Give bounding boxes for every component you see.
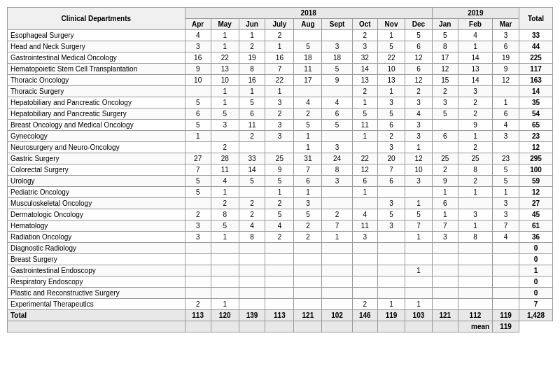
data-cell <box>265 243 294 254</box>
data-cell: 2 <box>265 108 294 120</box>
table-row: Plastic and Reconstructive Surgery0 <box>8 288 553 299</box>
data-cell <box>294 299 322 310</box>
data-cell: 9 <box>432 176 458 187</box>
totals-cell: 119 <box>377 310 405 321</box>
data-cell: 1 <box>265 41 294 52</box>
dept-header: Clinical Departments <box>8 8 186 30</box>
data-cell <box>322 86 352 97</box>
data-cell: 10 <box>211 75 239 86</box>
data-cell: 1 <box>265 86 294 97</box>
data-cell: 4 <box>239 220 265 232</box>
data-cell <box>185 243 211 254</box>
data-cell: 20 <box>377 153 405 164</box>
data-cell <box>458 265 493 276</box>
data-cell: 14 <box>458 52 493 64</box>
dept-cell: Musculoskeletal Oncology <box>8 198 186 209</box>
data-cell: 5 <box>294 41 322 52</box>
data-cell: 13 <box>352 75 377 86</box>
data-cell: 1 <box>493 97 519 108</box>
row-total: 27 <box>519 198 552 209</box>
data-cell: 1 <box>239 30 265 41</box>
data-cell <box>239 288 265 299</box>
total-header: Total <box>519 8 552 30</box>
data-cell <box>432 299 458 310</box>
data-cell: 1 <box>352 97 377 108</box>
row-total: 36 <box>519 232 552 243</box>
mean-value: 119 <box>493 321 519 332</box>
row-total: 44 <box>519 41 552 52</box>
data-cell: 11 <box>211 164 239 176</box>
clinical-departments-table: Clinical Departments 2018 2019 Total Apr… <box>7 7 553 332</box>
mean-empty <box>185 321 211 332</box>
data-cell: 31 <box>294 153 322 164</box>
data-cell: 2 <box>432 86 458 97</box>
dept-cell: Head and Neck Surgery <box>8 41 186 52</box>
mean-empty <box>8 321 186 332</box>
data-cell: 5 <box>377 209 405 220</box>
data-cell: 3 <box>185 220 211 232</box>
data-cell <box>377 232 405 243</box>
data-cell: 6 <box>377 120 405 131</box>
data-cell <box>458 288 493 299</box>
totals-cell: 121 <box>294 310 322 321</box>
data-cell <box>211 254 239 265</box>
totals-label: Total <box>8 310 186 321</box>
data-cell: 17 <box>432 52 458 64</box>
data-cell <box>432 243 458 254</box>
data-cell: 3 <box>458 86 493 97</box>
totals-cell: 120 <box>211 310 239 321</box>
data-cell: 7 <box>493 220 519 232</box>
totals-cell: 146 <box>352 310 377 321</box>
data-cell: 6 <box>294 176 322 187</box>
data-cell: 24 <box>322 153 352 164</box>
row-total: 100 <box>519 164 552 176</box>
data-cell <box>493 299 519 310</box>
data-cell: 6 <box>352 176 377 187</box>
data-cell: 1 <box>432 187 458 198</box>
data-cell: 7 <box>322 220 352 232</box>
dept-cell: Diagnostic Radiology <box>8 243 186 254</box>
data-cell: 3 <box>405 120 433 131</box>
data-cell <box>185 142 211 153</box>
data-cell: 6 <box>493 108 519 120</box>
row-total: 225 <box>519 52 552 64</box>
data-cell <box>211 131 239 142</box>
data-cell <box>377 265 405 276</box>
dept-cell: Thoracic Oncology <box>8 75 186 86</box>
row-total: 163 <box>519 75 552 86</box>
table-row: Diagnostic Radiology0 <box>8 243 553 254</box>
data-cell: 2 <box>458 108 493 120</box>
data-cell: 3 <box>265 131 294 142</box>
data-cell <box>458 276 493 288</box>
mean-empty <box>405 321 433 332</box>
data-cell: 9 <box>322 75 352 86</box>
data-cell <box>458 243 493 254</box>
row-total: 59 <box>519 176 552 187</box>
data-cell: 2 <box>322 209 352 220</box>
data-cell: 5 <box>432 108 458 120</box>
table-row: Esophageal Surgery411221554333 <box>8 30 553 41</box>
data-cell: 10 <box>185 75 211 86</box>
data-cell: 5 <box>265 176 294 187</box>
data-cell <box>405 187 433 198</box>
data-cell <box>493 86 519 97</box>
data-cell: 5 <box>211 108 239 120</box>
data-cell: 4 <box>352 209 377 220</box>
data-cell: 3 <box>458 209 493 220</box>
mean-row: mean119 <box>8 321 553 332</box>
data-cell <box>294 265 322 276</box>
data-cell: 1 <box>211 86 239 97</box>
table-row: Dermatologic Oncology28255245513345 <box>8 209 553 220</box>
data-cell: 2 <box>239 209 265 220</box>
data-cell: 7 <box>432 220 458 232</box>
data-cell: 3 <box>265 120 294 131</box>
data-cell: 25 <box>432 153 458 164</box>
data-cell: 3 <box>493 30 519 41</box>
dept-cell: Gastrointestinal Endoscopy <box>8 265 186 276</box>
data-cell: 5 <box>185 97 211 108</box>
data-cell: 28 <box>211 153 239 164</box>
data-cell: 3 <box>432 97 458 108</box>
row-total: 0 <box>519 288 552 299</box>
data-cell: 11 <box>352 120 377 131</box>
data-cell: 1 <box>239 86 265 97</box>
